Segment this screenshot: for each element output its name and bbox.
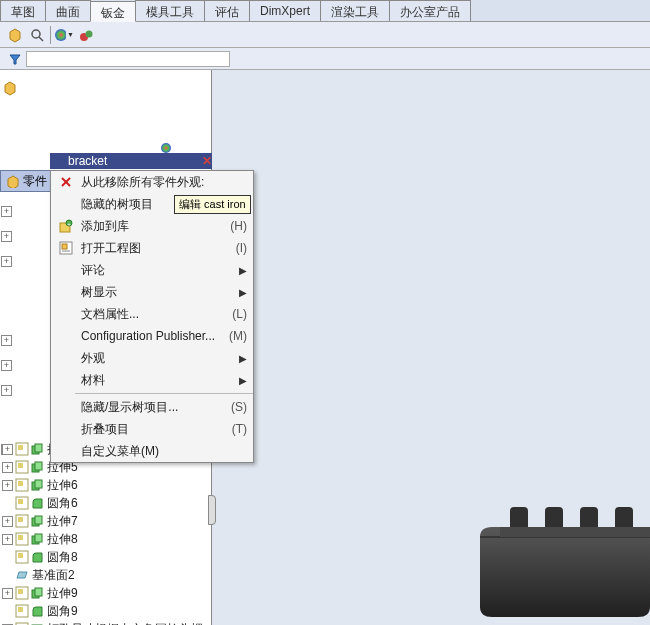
tab-moldtools[interactable]: 模具工具 bbox=[135, 0, 205, 21]
menu-item[interactable]: Configuration Publisher...(M) bbox=[51, 325, 253, 347]
tree-row[interactable]: 圆角9 bbox=[0, 602, 211, 620]
splitter-handle[interactable] bbox=[208, 495, 216, 525]
menu-item[interactable]: 折叠项目(T) bbox=[51, 418, 253, 440]
menu-item-label: 从此移除所有零件外观: bbox=[81, 174, 247, 191]
drawing-icon bbox=[57, 239, 75, 257]
tree-row-icons bbox=[15, 586, 44, 600]
svg-rect-25 bbox=[18, 517, 23, 522]
tree-row-icons bbox=[15, 568, 29, 582]
tab-sketch[interactable]: 草图 bbox=[0, 0, 46, 21]
menu-item[interactable]: 外观▶ bbox=[51, 347, 253, 369]
red-x-icon bbox=[57, 173, 75, 191]
svg-marker-6 bbox=[10, 55, 20, 64]
menu-item-label: 评论 bbox=[81, 262, 239, 279]
extrude-icon bbox=[30, 586, 44, 600]
feature-manager-tab-icon[interactable] bbox=[2, 80, 18, 99]
tab-office[interactable]: 办公室产品 bbox=[389, 0, 471, 21]
extrude-icon bbox=[30, 478, 44, 492]
drawing-icon bbox=[15, 496, 29, 510]
tree-row[interactable]: +拉伸6 bbox=[0, 476, 211, 494]
part-icon[interactable] bbox=[4, 24, 26, 46]
expander[interactable]: + bbox=[2, 516, 13, 527]
svg-rect-21 bbox=[35, 480, 42, 488]
menu-item[interactable]: 评论▶ bbox=[51, 259, 253, 281]
tab-sheetmetal[interactable]: 钣金 bbox=[90, 1, 136, 22]
fillet-icon bbox=[30, 496, 44, 510]
expander[interactable]: + bbox=[1, 206, 12, 217]
expander[interactable]: + bbox=[2, 444, 13, 455]
expander[interactable]: + bbox=[2, 480, 13, 491]
tree-row-label: 基准面2 bbox=[32, 567, 75, 584]
expander[interactable]: + bbox=[2, 462, 13, 473]
svg-rect-40 bbox=[18, 607, 23, 612]
menu-item[interactable]: 自定义菜单(M) bbox=[51, 440, 253, 462]
tree-row[interactable]: 圆角8 bbox=[0, 548, 211, 566]
expander[interactable]: + bbox=[2, 534, 13, 545]
blank-icon bbox=[57, 195, 75, 213]
appearance-color-icon[interactable]: ▼ bbox=[53, 24, 75, 46]
expander[interactable]: + bbox=[1, 231, 12, 242]
tab-surface[interactable]: 曲面 bbox=[45, 0, 91, 21]
feature-tree: +拉伸4+拉伸5+拉伸6圆角6+拉伸7+拉伸8圆角8基准面2+拉伸9圆角9+打孔… bbox=[0, 440, 211, 625]
expander[interactable]: + bbox=[1, 385, 12, 396]
feature-tree-toolbar: ▼ bbox=[0, 22, 650, 48]
zoom-fit-icon[interactable] bbox=[26, 24, 48, 46]
blank-icon bbox=[57, 305, 75, 323]
menu-item-shortcut: (H) bbox=[230, 219, 247, 233]
tree-row[interactable]: 基准面2 bbox=[0, 566, 211, 584]
svg-rect-33 bbox=[18, 553, 23, 558]
separator bbox=[50, 26, 51, 44]
drawing-icon bbox=[15, 550, 29, 564]
menu-item[interactable]: 从此移除所有零件外观: bbox=[51, 171, 253, 193]
menu-item[interactable]: 材料▶ bbox=[51, 369, 253, 391]
expander[interactable]: + bbox=[1, 360, 12, 371]
expander[interactable]: + bbox=[1, 256, 12, 267]
part-icon bbox=[5, 174, 19, 188]
tree-row-icons bbox=[15, 460, 44, 474]
menu-item[interactable]: 文档属性...(L) bbox=[51, 303, 253, 325]
add-lib-icon: + bbox=[57, 217, 75, 235]
tree-row[interactable]: +拉伸8 bbox=[0, 530, 211, 548]
tree-row-icons bbox=[15, 604, 44, 618]
menu-item-label: 隐藏/显示树项目... bbox=[81, 399, 225, 416]
submenu-arrow-icon: ▶ bbox=[239, 287, 247, 298]
svg-rect-23 bbox=[18, 499, 23, 504]
drawing-icon bbox=[15, 460, 29, 474]
menu-item[interactable]: 隐藏/显示树项目...(S) bbox=[51, 396, 253, 418]
tree-row[interactable]: +拉伸7 bbox=[0, 512, 211, 530]
tree-row-icons bbox=[15, 532, 44, 546]
tree-row[interactable]: +拉伸9 bbox=[0, 584, 211, 602]
filter-input[interactable] bbox=[26, 51, 230, 67]
svg-rect-17 bbox=[35, 462, 42, 470]
viewport-3d[interactable] bbox=[212, 70, 650, 625]
tab-dimxpert[interactable]: DimXpert bbox=[249, 0, 321, 21]
menu-item-label: 添加到库 bbox=[81, 218, 224, 235]
blank-icon bbox=[57, 283, 75, 301]
menu-item[interactable]: 树显示▶ bbox=[51, 281, 253, 303]
tree-row-icons bbox=[15, 496, 44, 510]
spheres-icon bbox=[79, 28, 93, 42]
menu-item[interactable]: +添加到库(H) bbox=[51, 215, 253, 237]
svg-rect-15 bbox=[18, 463, 23, 468]
menu-item[interactable]: 打开工程图(I) bbox=[51, 237, 253, 259]
expander[interactable]: + bbox=[2, 588, 13, 599]
fillet-icon bbox=[30, 604, 44, 618]
tab-render[interactable]: 渲染工具 bbox=[320, 0, 390, 21]
blank-icon bbox=[57, 398, 75, 416]
selected-tree-item[interactable]: bracket ✕ bbox=[50, 153, 220, 169]
remove-x-icon[interactable]: ✕ bbox=[202, 154, 212, 168]
menu-item-shortcut: (S) bbox=[231, 400, 247, 414]
tree-row[interactable]: +打孔尺寸根据内六角圆柱头螺 bbox=[0, 620, 211, 625]
filter-icon[interactable] bbox=[4, 48, 26, 70]
svg-rect-36 bbox=[18, 589, 23, 594]
tree-row-label: 圆角9 bbox=[47, 603, 78, 620]
tree-row-label: 圆角6 bbox=[47, 495, 78, 512]
svg-rect-27 bbox=[35, 516, 42, 524]
expander bbox=[2, 570, 13, 581]
extrude-icon bbox=[30, 514, 44, 528]
tab-evaluate[interactable]: 评估 bbox=[204, 0, 250, 21]
expander[interactable]: + bbox=[1, 335, 12, 346]
scene-icon[interactable] bbox=[75, 24, 97, 46]
tree-row[interactable]: 圆角6 bbox=[0, 494, 211, 512]
submenu-arrow-icon: ▶ bbox=[239, 353, 247, 364]
